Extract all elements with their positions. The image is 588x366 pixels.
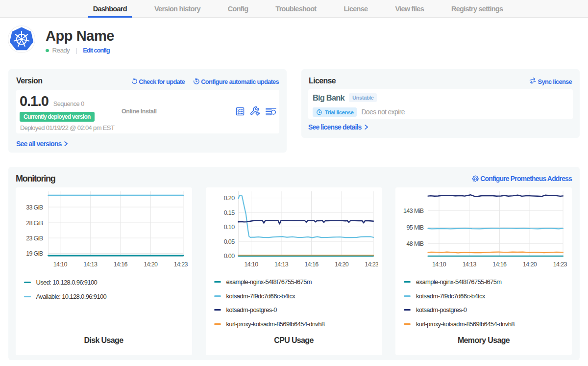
svg-text:28 GiB: 28 GiB	[26, 220, 43, 227]
svg-text:23 GiB: 23 GiB	[26, 235, 43, 242]
svg-text:0.10: 0.10	[223, 224, 234, 231]
svg-text:14:13: 14:13	[463, 261, 477, 268]
svg-text:14:10: 14:10	[53, 261, 67, 268]
svg-text:14:20: 14:20	[334, 261, 348, 268]
svg-text:14:10: 14:10	[244, 261, 258, 268]
svg-text:19 GiB: 19 GiB	[26, 250, 43, 257]
svg-text:14:20: 14:20	[144, 261, 158, 268]
svg-text:14:23: 14:23	[553, 261, 567, 268]
svg-text:33 GiB: 33 GiB	[26, 204, 43, 211]
svg-text:0.05: 0.05	[223, 238, 234, 245]
svg-text:0.00: 0.00	[223, 253, 234, 260]
svg-text:95 MiB: 95 MiB	[406, 224, 423, 231]
svg-text:14:16: 14:16	[113, 261, 127, 268]
svg-text:14:16: 14:16	[304, 261, 318, 268]
svg-text:48 MiB: 48 MiB	[406, 240, 423, 247]
svg-text:14:10: 14:10	[432, 261, 446, 268]
svg-text:143 MiB: 143 MiB	[403, 208, 424, 214]
svg-text:14:23: 14:23	[173, 261, 187, 268]
svg-text:14:23: 14:23	[365, 261, 378, 268]
svg-text:0.15: 0.15	[223, 209, 234, 216]
svg-text:14:20: 14:20	[523, 261, 537, 268]
svg-text:14:13: 14:13	[274, 261, 288, 268]
svg-text:0.20: 0.20	[223, 195, 234, 202]
svg-text:14:16: 14:16	[492, 261, 507, 268]
svg-text:14:13: 14:13	[83, 261, 98, 268]
